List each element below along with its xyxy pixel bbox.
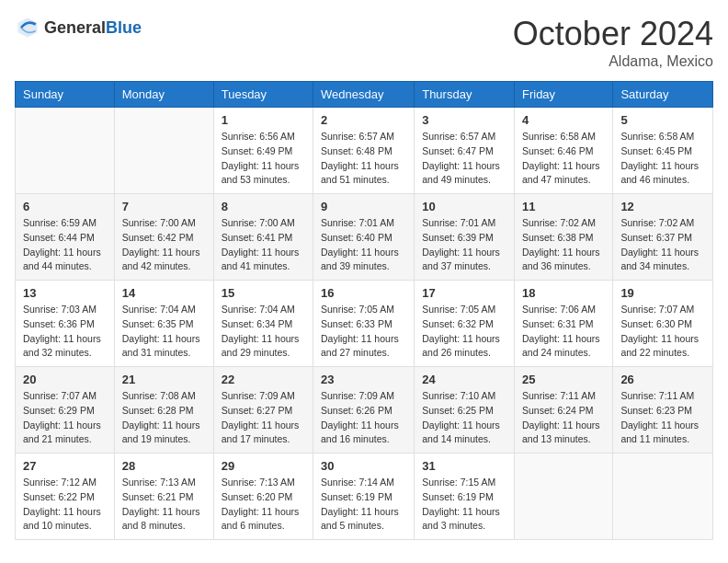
day-number: 10 — [422, 200, 506, 213]
day-cell: 19Sunrise: 7:07 AMSunset: 6:30 PMDayligh… — [613, 281, 713, 367]
page-header: GeneralBlue October 2024 Aldama, Mexico — [15, 15, 713, 70]
day-cell — [114, 108, 213, 194]
day-info: Sunrise: 7:09 AMSunset: 6:27 PMDaylight:… — [222, 389, 305, 447]
month-title: October 2024 — [513, 15, 713, 53]
day-info: Sunrise: 7:00 AMSunset: 6:42 PMDaylight:… — [122, 216, 206, 274]
day-cell: 3Sunrise: 6:57 AMSunset: 6:47 PMDaylight… — [415, 108, 515, 194]
logo-text: GeneralBlue — [44, 18, 142, 38]
header-row: SundayMondayTuesdayWednesdayThursdayFrid… — [16, 82, 713, 108]
day-info: Sunrise: 6:58 AMSunset: 6:45 PMDaylight:… — [620, 130, 705, 188]
day-cell: 8Sunrise: 7:00 AMSunset: 6:41 PMDaylight… — [213, 194, 313, 281]
location: Aldama, Mexico — [513, 53, 713, 70]
day-number: 21 — [122, 373, 206, 386]
day-cell: 15Sunrise: 7:04 AMSunset: 6:34 PMDayligh… — [213, 281, 313, 367]
day-cell: 22Sunrise: 7:09 AMSunset: 6:27 PMDayligh… — [213, 367, 313, 454]
logo-icon — [15, 15, 40, 40]
week-row-2: 6Sunrise: 6:59 AMSunset: 6:44 PMDaylight… — [16, 194, 713, 281]
day-info: Sunrise: 7:04 AMSunset: 6:34 PMDaylight:… — [222, 303, 305, 361]
logo-blue: Blue — [106, 18, 142, 37]
day-info: Sunrise: 7:07 AMSunset: 6:29 PMDaylight:… — [23, 389, 107, 447]
day-number: 11 — [522, 200, 605, 213]
day-number: 12 — [620, 200, 705, 213]
week-row-3: 13Sunrise: 7:03 AMSunset: 6:36 PMDayligh… — [16, 281, 713, 367]
week-row-4: 20Sunrise: 7:07 AMSunset: 6:29 PMDayligh… — [16, 367, 713, 454]
day-info: Sunrise: 7:05 AMSunset: 6:32 PMDaylight:… — [422, 303, 506, 361]
day-cell: 14Sunrise: 7:04 AMSunset: 6:35 PMDayligh… — [114, 281, 213, 367]
day-cell — [514, 454, 612, 540]
day-info: Sunrise: 7:04 AMSunset: 6:35 PMDaylight:… — [122, 303, 206, 361]
day-number: 28 — [122, 459, 206, 473]
day-number: 18 — [522, 286, 605, 300]
day-cell: 25Sunrise: 7:11 AMSunset: 6:24 PMDayligh… — [514, 367, 612, 454]
day-cell — [16, 108, 115, 194]
header-thursday: Thursday — [415, 82, 515, 108]
day-number: 25 — [522, 373, 605, 386]
day-cell: 5Sunrise: 6:58 AMSunset: 6:45 PMDaylight… — [613, 108, 713, 194]
day-number: 3 — [422, 113, 506, 127]
day-cell: 31Sunrise: 7:15 AMSunset: 6:19 PMDayligh… — [415, 454, 515, 540]
day-info: Sunrise: 7:10 AMSunset: 6:25 PMDaylight:… — [422, 389, 506, 447]
day-info: Sunrise: 6:56 AMSunset: 6:49 PMDaylight:… — [222, 130, 305, 188]
day-cell: 12Sunrise: 7:02 AMSunset: 6:37 PMDayligh… — [613, 194, 713, 281]
day-cell: 21Sunrise: 7:08 AMSunset: 6:28 PMDayligh… — [114, 367, 213, 454]
title-area: October 2024 Aldama, Mexico — [513, 15, 713, 70]
day-number: 4 — [522, 113, 605, 127]
day-cell: 30Sunrise: 7:14 AMSunset: 6:19 PMDayligh… — [313, 454, 415, 540]
day-number: 5 — [620, 113, 705, 127]
day-cell: 29Sunrise: 7:13 AMSunset: 6:20 PMDayligh… — [213, 454, 313, 540]
header-monday: Monday — [114, 82, 213, 108]
day-number: 14 — [122, 286, 206, 300]
day-info: Sunrise: 7:01 AMSunset: 6:39 PMDaylight:… — [422, 216, 506, 274]
day-cell: 16Sunrise: 7:05 AMSunset: 6:33 PMDayligh… — [313, 281, 415, 367]
day-info: Sunrise: 7:00 AMSunset: 6:41 PMDaylight:… — [222, 216, 305, 274]
day-cell: 20Sunrise: 7:07 AMSunset: 6:29 PMDayligh… — [16, 367, 115, 454]
day-info: Sunrise: 7:13 AMSunset: 6:20 PMDaylight:… — [222, 476, 305, 534]
day-cell: 11Sunrise: 7:02 AMSunset: 6:38 PMDayligh… — [514, 194, 612, 281]
day-cell: 27Sunrise: 7:12 AMSunset: 6:22 PMDayligh… — [16, 454, 115, 540]
day-cell: 9Sunrise: 7:01 AMSunset: 6:40 PMDaylight… — [313, 194, 415, 281]
day-number: 17 — [422, 286, 506, 300]
day-cell: 2Sunrise: 6:57 AMSunset: 6:48 PMDaylight… — [313, 108, 415, 194]
day-info: Sunrise: 7:02 AMSunset: 6:37 PMDaylight:… — [620, 216, 705, 274]
day-cell: 18Sunrise: 7:06 AMSunset: 6:31 PMDayligh… — [514, 281, 612, 367]
header-friday: Friday — [514, 82, 612, 108]
day-info: Sunrise: 7:11 AMSunset: 6:23 PMDaylight:… — [620, 389, 705, 447]
day-number: 7 — [122, 200, 206, 213]
day-cell: 26Sunrise: 7:11 AMSunset: 6:23 PMDayligh… — [613, 367, 713, 454]
day-cell: 13Sunrise: 7:03 AMSunset: 6:36 PMDayligh… — [16, 281, 115, 367]
logo-general: General — [44, 18, 106, 37]
header-tuesday: Tuesday — [213, 82, 313, 108]
day-info: Sunrise: 7:15 AMSunset: 6:19 PMDaylight:… — [422, 476, 506, 534]
day-cell: 10Sunrise: 7:01 AMSunset: 6:39 PMDayligh… — [415, 194, 515, 281]
day-number: 9 — [321, 200, 406, 213]
day-info: Sunrise: 6:57 AMSunset: 6:48 PMDaylight:… — [321, 130, 406, 188]
day-number: 31 — [422, 459, 506, 473]
day-info: Sunrise: 7:11 AMSunset: 6:24 PMDaylight:… — [522, 389, 605, 447]
svg-marker-0 — [18, 18, 38, 38]
day-number: 15 — [222, 286, 305, 300]
day-number: 16 — [321, 286, 406, 300]
day-info: Sunrise: 7:07 AMSunset: 6:30 PMDaylight:… — [620, 303, 705, 361]
day-info: Sunrise: 6:57 AMSunset: 6:47 PMDaylight:… — [422, 130, 506, 188]
day-cell: 23Sunrise: 7:09 AMSunset: 6:26 PMDayligh… — [313, 367, 415, 454]
header-wednesday: Wednesday — [313, 82, 415, 108]
day-number: 13 — [23, 286, 107, 300]
header-saturday: Saturday — [613, 82, 713, 108]
day-number: 29 — [222, 459, 305, 473]
day-number: 8 — [222, 200, 305, 213]
day-cell: 17Sunrise: 7:05 AMSunset: 6:32 PMDayligh… — [415, 281, 515, 367]
day-number: 24 — [422, 373, 506, 386]
calendar-table: SundayMondayTuesdayWednesdayThursdayFrid… — [15, 81, 713, 540]
day-info: Sunrise: 7:09 AMSunset: 6:26 PMDaylight:… — [321, 389, 406, 447]
day-number: 19 — [620, 286, 705, 300]
week-row-1: 1Sunrise: 6:56 AMSunset: 6:49 PMDaylight… — [16, 108, 713, 194]
day-number: 26 — [620, 373, 705, 386]
day-cell: 1Sunrise: 6:56 AMSunset: 6:49 PMDaylight… — [213, 108, 313, 194]
day-cell: 4Sunrise: 6:58 AMSunset: 6:46 PMDaylight… — [514, 108, 612, 194]
day-number: 22 — [222, 373, 305, 386]
day-cell: 28Sunrise: 7:13 AMSunset: 6:21 PMDayligh… — [114, 454, 213, 540]
day-number: 23 — [321, 373, 406, 386]
day-cell: 24Sunrise: 7:10 AMSunset: 6:25 PMDayligh… — [415, 367, 515, 454]
day-info: Sunrise: 7:13 AMSunset: 6:21 PMDaylight:… — [122, 476, 206, 534]
header-sunday: Sunday — [16, 82, 115, 108]
